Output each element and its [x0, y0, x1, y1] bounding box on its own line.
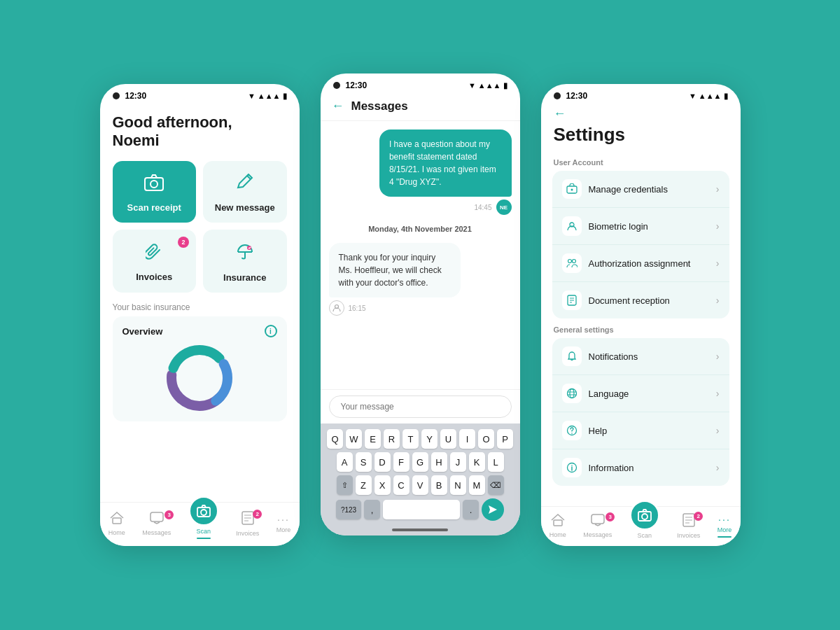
signal-icon-2: ▲▲▲ — [478, 81, 501, 90]
key-p[interactable]: P — [497, 429, 513, 449]
nav-invoices-1[interactable]: 2 Invoices — [236, 511, 259, 537]
nav-invoices-3[interactable]: 2 Invoices — [677, 513, 700, 539]
key-e[interactable]: E — [365, 429, 381, 449]
time-2: 12:30 — [346, 80, 368, 90]
key-i[interactable]: I — [459, 429, 475, 449]
settings-row-information[interactable]: Information › — [552, 449, 729, 486]
settings-row-manage-credentials[interactable]: Manage credentials › — [552, 171, 729, 208]
help-icon — [562, 421, 582, 440]
svg-rect-36 — [554, 520, 562, 526]
user-avatar: NE — [496, 200, 512, 215]
key-t[interactable]: T — [402, 429, 419, 449]
key-space[interactable] — [383, 500, 460, 519]
key-o[interactable]: O — [478, 429, 494, 449]
nav-messages-1[interactable]: 3 Messages — [142, 512, 171, 536]
key-a[interactable]: A — [337, 452, 353, 472]
nav-more-3[interactable]: ··· More — [718, 514, 732, 538]
settings-row-authorization[interactable]: Authorization assignment › — [552, 245, 729, 282]
biometric-icon — [562, 216, 582, 236]
svg-rect-0 — [145, 178, 163, 190]
key-period[interactable]: . — [463, 500, 479, 519]
key-r[interactable]: R — [384, 429, 400, 449]
tile-insurance[interactable]: Insurance — [203, 230, 287, 293]
key-l[interactable]: L — [488, 452, 504, 472]
more-underline — [718, 536, 732, 538]
status-bar-3: 12:30 ▼ ▲▲▲ ▮ — [541, 84, 741, 104]
message-text-2: Thank you for your inquiry Ms. Hoeffleur… — [339, 253, 442, 288]
wifi-icon-3: ▼ — [689, 92, 696, 100]
nav-home-3[interactable]: Home — [550, 514, 566, 538]
document-label: Document reception — [589, 295, 709, 306]
scan-button-1[interactable] — [188, 496, 219, 526]
settings-row-document[interactable]: Document reception › — [552, 282, 729, 318]
scan-button-3[interactable] — [629, 500, 660, 531]
tile-invoices[interactable]: 2 Invoices — [113, 230, 197, 293]
settings-row-biometric[interactable]: Biometric login › — [552, 208, 729, 245]
nav-home-label-1: Home — [108, 529, 125, 536]
nav-messages-3[interactable]: 3 Messages — [583, 514, 612, 538]
nav-more-1[interactable]: ··· More — [276, 514, 291, 533]
key-y[interactable]: Y — [421, 429, 438, 449]
key-comma[interactable]: , — [364, 500, 380, 519]
settings-row-notifications[interactable]: Notifications › — [552, 338, 729, 375]
key-shift[interactable]: ⇧ — [337, 475, 353, 495]
key-k[interactable]: K — [469, 452, 485, 472]
nav-home-1[interactable]: Home — [108, 512, 125, 536]
information-icon — [562, 458, 582, 477]
back-button-3[interactable]: ← — [554, 106, 728, 121]
key-j[interactable]: J — [450, 452, 466, 472]
donut-chart — [122, 343, 277, 413]
wifi-icon: ▼ — [248, 92, 255, 100]
status-icons-1: ▼ ▲▲▲ ▮ — [248, 92, 287, 101]
key-q[interactable]: Q — [327, 429, 343, 449]
help-label: Help — [589, 426, 709, 436]
invoices-badge: 2 — [178, 237, 189, 248]
overview-card: Overview i — [113, 316, 287, 421]
back-button-2[interactable]: ← — [332, 99, 344, 113]
svg-point-12 — [201, 510, 206, 515]
key-c[interactable]: C — [393, 475, 410, 495]
key-f[interactable]: F — [393, 452, 410, 472]
key-m[interactable]: M — [469, 475, 485, 495]
time-3: 12:30 — [566, 91, 588, 101]
settings-row-help[interactable]: Help › — [552, 412, 729, 449]
biometric-label: Biometric login — [589, 221, 709, 232]
send-button[interactable] — [482, 498, 504, 521]
invoices-icon-1 — [241, 511, 254, 528]
messages-badge-1: 3 — [164, 510, 174, 519]
date-divider: Monday, 4th November 2021 — [329, 225, 512, 233]
messages-title: Messages — [351, 99, 408, 113]
keyboard-row-4: ?123 , . — [323, 498, 517, 521]
battery-icon-2: ▮ — [503, 81, 507, 90]
key-b[interactable]: B — [431, 475, 447, 495]
key-w[interactable]: W — [346, 429, 362, 449]
svg-rect-9 — [113, 518, 121, 524]
key-v[interactable]: V — [412, 475, 428, 495]
tile-scan-receipt[interactable]: Scan receipt — [113, 161, 197, 223]
svg-rect-10 — [150, 512, 163, 522]
info-icon[interactable]: i — [265, 325, 277, 337]
home-icon — [110, 512, 124, 528]
greeting-line2: Noemi — [113, 132, 287, 150]
invoices-label: Invoices — [136, 272, 172, 282]
settings-title: Settings — [554, 124, 626, 145]
settings-row-language[interactable]: Language › — [552, 375, 729, 412]
bubble-meta-1: 14:45 NE — [474, 200, 511, 215]
svg-point-22 — [572, 260, 575, 263]
key-123[interactable]: ?123 — [336, 500, 361, 519]
key-backspace[interactable]: ⌫ — [488, 475, 504, 495]
key-x[interactable]: X — [374, 475, 391, 495]
nav-scan-1[interactable]: Scan — [188, 508, 219, 539]
key-z[interactable]: Z — [356, 475, 372, 495]
key-u[interactable]: U — [440, 429, 456, 449]
message-input[interactable] — [329, 396, 512, 418]
svg-point-32 — [571, 433, 573, 434]
key-h[interactable]: H — [431, 452, 447, 472]
key-g[interactable]: G — [412, 452, 428, 472]
key-s[interactable]: S — [356, 452, 372, 472]
key-n[interactable]: N — [450, 475, 466, 495]
nav-more-label-1: More — [276, 526, 291, 533]
nav-scan-3[interactable]: Scan — [629, 512, 660, 539]
key-d[interactable]: D — [374, 452, 391, 472]
tile-new-message[interactable]: New message — [203, 161, 287, 223]
